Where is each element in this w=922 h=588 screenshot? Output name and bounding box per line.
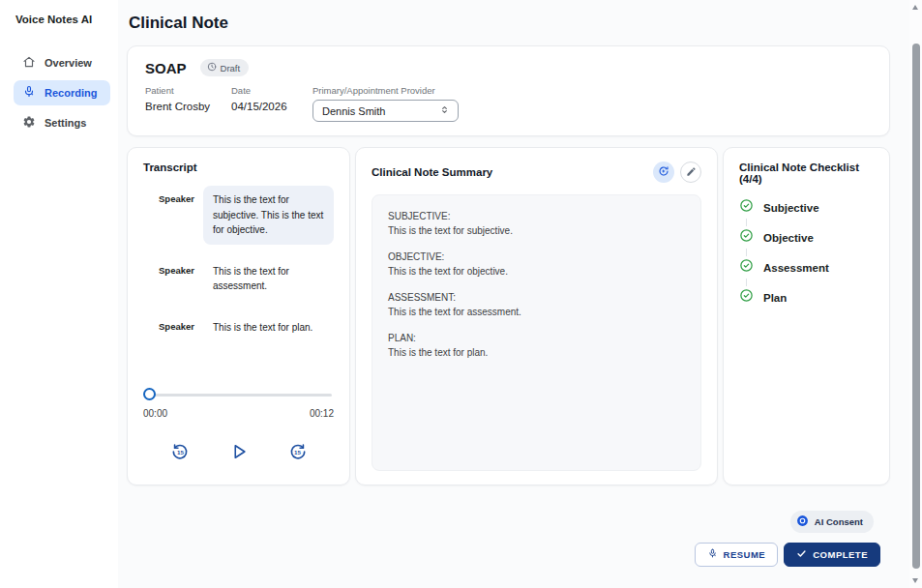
- check-circle-icon: [739, 288, 754, 307]
- player-controls: 15: [143, 442, 334, 463]
- slider-track[interactable]: [145, 394, 332, 397]
- forward-15-icon: 15: [288, 450, 308, 464]
- patient-label: Patient: [145, 85, 231, 96]
- date-field: Date 04/15/2026: [231, 85, 312, 122]
- transcript-title: Transcript: [143, 162, 334, 173]
- complete-button-label: COMPLETE: [813, 549, 868, 560]
- ai-consent-icon: [796, 514, 809, 529]
- play-button[interactable]: [228, 442, 250, 463]
- mic-icon: [707, 548, 718, 561]
- scrollbar-thumb[interactable]: [912, 44, 920, 569]
- svg-text:15: 15: [293, 449, 300, 456]
- note-summary-text: SUBJECTIVE: This is the text for subject…: [372, 194, 701, 471]
- slider-thumb[interactable]: [143, 388, 156, 400]
- soap-header: SOAP Draft: [145, 59, 872, 76]
- play-icon: [229, 450, 249, 464]
- date-label: Date: [231, 85, 312, 96]
- ai-regenerate-icon: [658, 163, 669, 181]
- footer-actions: AI Consent RESUME COMPLETE: [127, 511, 890, 567]
- scroll-down-arrow-icon[interactable]: [912, 578, 918, 583]
- transcript-entry[interactable]: Speaker This is the text for plan.: [159, 313, 334, 342]
- checklist-label: Assessment: [763, 262, 829, 274]
- section-heading: SUBJECTIVE:: [388, 210, 685, 224]
- transcript-text: This is the text for subjective. This is…: [203, 186, 334, 245]
- section-text: This is the text for objective.: [388, 265, 685, 279]
- patient-value: Brent Crosby: [145, 101, 231, 112]
- mic-icon: [22, 85, 36, 101]
- clock-icon: [207, 62, 217, 74]
- ai-regenerate-button[interactable]: [653, 162, 674, 183]
- checklist-panel: Clinical Note Checklist (4/4) Subjective: [723, 147, 890, 485]
- home-icon: [22, 55, 36, 71]
- seek-slider[interactable]: [143, 388, 334, 401]
- section-text: This is the text for assessment.: [388, 306, 685, 320]
- sidebar-nav: Overview Recording Settings: [14, 50, 110, 135]
- forward-15-button[interactable]: 15: [287, 442, 309, 463]
- provider-select[interactable]: Dennis Smith: [312, 100, 459, 122]
- edit-pencil-icon: [686, 163, 697, 181]
- scroll-up-arrow-icon[interactable]: [912, 5, 918, 10]
- ai-consent-chip[interactable]: AI Consent: [790, 511, 874, 533]
- checklist-item-subjective: Subjective: [739, 198, 874, 217]
- resume-button-label: RESUME: [724, 549, 766, 560]
- transcript-entry[interactable]: Speaker This is the text for assessment.: [159, 257, 334, 301]
- complete-button[interactable]: COMPLETE: [784, 543, 880, 567]
- checklist-item-objective: Objective: [739, 228, 874, 247]
- sidebar-item-settings[interactable]: Settings: [14, 110, 110, 135]
- speaker-label: Speaker: [159, 257, 192, 301]
- summary-section: PLAN: This is the text for plan.: [388, 332, 685, 360]
- panel-row: Transcript Speaker This is the text for …: [127, 147, 890, 485]
- section-heading: OBJECTIVE:: [388, 250, 685, 265]
- speaker-label: Speaker: [159, 313, 192, 342]
- sidebar-item-overview[interactable]: Overview: [14, 50, 110, 75]
- transcript-text: This is the text for plan.: [203, 313, 322, 342]
- sidebar-item-recording[interactable]: Recording: [14, 80, 110, 105]
- provider-field: Primary/Appointment Provider Dennis Smit…: [312, 85, 459, 122]
- checklist-label: Objective: [763, 232, 814, 244]
- app-window: Voice Notes AI Overview Recording Settin…: [0, 0, 922, 588]
- sidebar: Voice Notes AI Overview Recording Settin…: [0, 0, 118, 588]
- status-badge: Draft: [200, 59, 250, 76]
- checklist-items: Subjective Objective Assessm: [739, 198, 874, 307]
- summary-header: Clinical Note Summary: [372, 162, 701, 183]
- check-circle-icon: [739, 258, 754, 277]
- soap-title: SOAP: [145, 60, 187, 76]
- check-icon: [796, 548, 807, 561]
- resume-button[interactable]: RESUME: [695, 543, 779, 567]
- sidebar-item-label: Settings: [45, 117, 86, 129]
- transcript-entry[interactable]: Speaker This is the text for subjective.…: [159, 186, 334, 245]
- rewind-15-icon: 15: [170, 450, 190, 464]
- sidebar-item-label: Recording: [45, 87, 97, 99]
- soap-fields: Patient Brent Crosby Date 04/15/2026 Pri…: [145, 85, 872, 122]
- summary-section: SUBJECTIVE: This is the text for subject…: [388, 210, 685, 238]
- transcript-panel: Transcript Speaker This is the text for …: [127, 147, 350, 485]
- status-badge-label: Draft: [221, 63, 241, 74]
- svg-text:15: 15: [177, 449, 184, 456]
- section-heading: PLAN:: [388, 332, 685, 346]
- patient-field: Patient Brent Crosby: [145, 85, 231, 122]
- section-text: This is the text for plan.: [388, 346, 685, 361]
- checklist-label: Subjective: [763, 202, 819, 214]
- summary-title: Clinical Note Summary: [372, 166, 492, 178]
- section-heading: ASSESSMENT:: [388, 291, 685, 306]
- provider-label: Primary/Appointment Provider: [312, 85, 459, 96]
- action-buttons: RESUME COMPLETE: [695, 543, 880, 567]
- speaker-label: Speaker: [159, 186, 192, 245]
- chevron-updown-icon: [439, 104, 450, 117]
- edit-note-button[interactable]: [680, 162, 701, 183]
- checklist-item-plan: Plan: [739, 288, 874, 307]
- main-content: Clinical Note SOAP Draft Patient Brent C…: [127, 0, 890, 567]
- checklist-label: Plan: [763, 292, 787, 304]
- rewind-15-button[interactable]: 15: [169, 442, 191, 463]
- page-scrollbar[interactable]: [909, 0, 922, 588]
- section-text: This is the text for subjective.: [388, 224, 685, 239]
- checklist-connector: [746, 249, 747, 256]
- summary-actions: [653, 162, 701, 183]
- date-value: 04/15/2026: [231, 101, 312, 112]
- summary-section: OBJECTIVE: This is the text for objectiv…: [388, 250, 685, 279]
- checklist-item-assessment: Assessment: [739, 258, 874, 277]
- summary-section: ASSESSMENT: This is the text for assessm…: [388, 291, 685, 319]
- total-time: 00:12: [310, 408, 334, 419]
- current-time: 00:00: [143, 408, 167, 419]
- check-circle-icon: [739, 228, 754, 247]
